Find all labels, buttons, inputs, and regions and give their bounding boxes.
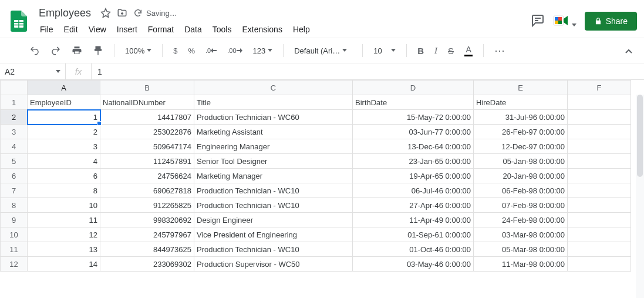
- row-header-1[interactable]: 1: [1, 95, 28, 110]
- cell[interactable]: Marketing Assistant: [194, 125, 353, 139]
- row-header-12[interactable]: 12: [1, 257, 28, 272]
- column-header-A[interactable]: A: [28, 81, 100, 95]
- font-select[interactable]: Default (Ari…: [291, 44, 355, 58]
- cell[interactable]: 912265825: [100, 198, 194, 213]
- cell[interactable]: 112457891: [100, 154, 194, 169]
- cell[interactable]: 24756624: [100, 169, 194, 183]
- cell[interactable]: [568, 242, 631, 257]
- cell[interactable]: 6: [28, 169, 100, 183]
- redo-button[interactable]: [47, 43, 65, 58]
- more-toolbar-button[interactable]: ⋯: [491, 42, 509, 59]
- cell[interactable]: NationalIDNumber: [100, 95, 194, 110]
- row-header-10[interactable]: 10: [1, 227, 28, 242]
- cell[interactable]: 253022876: [100, 125, 194, 139]
- sheets-logo[interactable]: [7, 9, 31, 33]
- decrease-decimal-button[interactable]: .0: [202, 45, 220, 56]
- cell[interactable]: 690627818: [100, 183, 194, 198]
- cell[interactable]: EmployeeID: [28, 95, 100, 110]
- name-box[interactable]: A2: [0, 63, 66, 79]
- meet-button[interactable]: [553, 14, 576, 29]
- cell[interactable]: BirthDate: [353, 95, 474, 110]
- row-header-7[interactable]: 7: [1, 183, 28, 198]
- cell[interactable]: 13: [28, 242, 100, 257]
- row-header-5[interactable]: 5: [1, 154, 28, 169]
- row-header-6[interactable]: 6: [1, 169, 28, 183]
- bold-button[interactable]: B: [414, 43, 427, 58]
- spreadsheet-grid[interactable]: ABCDEF1EmployeeIDNationalIDNumberTitleBi…: [0, 80, 644, 298]
- comments-icon[interactable]: [531, 14, 545, 29]
- cell[interactable]: 26-Feb-97 0:00:00: [474, 125, 568, 139]
- row-header-4[interactable]: 4: [1, 139, 28, 154]
- column-header-D[interactable]: D: [353, 81, 474, 95]
- cell[interactable]: 20-Jan-98 0:00:00: [474, 169, 568, 183]
- menu-file[interactable]: File: [35, 22, 58, 36]
- cell[interactable]: 245797967: [100, 227, 194, 242]
- cell[interactable]: 844973625: [100, 242, 194, 257]
- format-percent-button[interactable]: %: [184, 44, 198, 58]
- cell[interactable]: Senior Tool Designer: [194, 154, 353, 169]
- undo-button[interactable]: [26, 43, 43, 58]
- doc-title[interactable]: Employees: [35, 6, 95, 21]
- column-header-B[interactable]: B: [100, 81, 194, 95]
- cell[interactable]: [568, 110, 631, 125]
- cell[interactable]: 14: [28, 257, 100, 272]
- cell[interactable]: 06-Jul-46 0:00:00: [353, 183, 474, 198]
- cell[interactable]: 509647174: [100, 139, 194, 154]
- column-header-E[interactable]: E: [474, 81, 568, 95]
- cell[interactable]: [568, 169, 631, 183]
- cell[interactable]: HireDate: [474, 95, 568, 110]
- cell[interactable]: [568, 183, 631, 198]
- text-color-button[interactable]: A: [461, 42, 476, 59]
- cell[interactable]: Vice President of Engineering: [194, 227, 353, 242]
- cell[interactable]: Marketing Manager: [194, 169, 353, 183]
- menu-view[interactable]: View: [84, 22, 111, 36]
- cell[interactable]: 03-Mar-98 0:00:00: [474, 227, 568, 242]
- font-size-select[interactable]: 10: [370, 44, 399, 58]
- cell[interactable]: 4: [28, 154, 100, 169]
- cell[interactable]: 14417807: [100, 110, 194, 125]
- cell[interactable]: 12: [28, 227, 100, 242]
- cell[interactable]: 27-Apr-46 0:00:00: [353, 198, 474, 213]
- increase-decimal-button[interactable]: .00: [224, 45, 245, 56]
- menu-help[interactable]: Help: [288, 22, 315, 36]
- cell[interactable]: [568, 198, 631, 213]
- row-header-9[interactable]: 9: [1, 213, 28, 227]
- print-button[interactable]: [68, 43, 86, 58]
- cell[interactable]: 12-Dec-97 0:00:00: [474, 139, 568, 154]
- column-header-C[interactable]: C: [194, 81, 353, 95]
- column-header-F[interactable]: F: [568, 81, 631, 95]
- select-all-corner[interactable]: [1, 81, 28, 95]
- cell[interactable]: 01-Sep-61 0:00:00: [353, 227, 474, 242]
- menu-extensions[interactable]: Extensions: [237, 22, 286, 36]
- cell[interactable]: 03-Jun-77 0:00:00: [353, 125, 474, 139]
- vertical-scrollbar[interactable]: [636, 95, 644, 298]
- formula-input[interactable]: 1: [92, 67, 644, 76]
- cell[interactable]: Engineering Manager: [194, 139, 353, 154]
- cell[interactable]: 01-Oct-46 0:00:00: [353, 242, 474, 257]
- cell[interactable]: 31-Jul-96 0:00:00: [474, 110, 568, 125]
- italic-button[interactable]: I: [431, 43, 441, 58]
- row-header-8[interactable]: 8: [1, 198, 28, 213]
- cell[interactable]: [568, 154, 631, 169]
- cell[interactable]: 233069302: [100, 257, 194, 272]
- cell[interactable]: 19-Apr-65 0:00:00: [353, 169, 474, 183]
- cell[interactable]: [568, 213, 631, 227]
- cell[interactable]: 06-Feb-98 0:00:00: [474, 183, 568, 198]
- cell[interactable]: Production Technician - WC60: [194, 110, 353, 125]
- cell[interactable]: 3: [28, 139, 100, 154]
- cell[interactable]: 11-Mar-98 0:00:00: [474, 257, 568, 272]
- cell[interactable]: 15-May-72 0:00:00: [353, 110, 474, 125]
- menu-format[interactable]: Format: [143, 22, 178, 36]
- cell[interactable]: 998320692: [100, 213, 194, 227]
- cell[interactable]: [568, 227, 631, 242]
- collapse-toolbar-button[interactable]: [621, 44, 637, 58]
- cell[interactable]: 11: [28, 213, 100, 227]
- menu-tools[interactable]: Tools: [208, 22, 237, 36]
- cell[interactable]: 07-Feb-98 0:00:00: [474, 198, 568, 213]
- format-currency-button[interactable]: $: [170, 44, 181, 58]
- number-format-select[interactable]: 123: [249, 44, 277, 58]
- cell[interactable]: 1: [28, 110, 100, 125]
- cell[interactable]: Title: [194, 95, 353, 110]
- cell[interactable]: Production Supervisor - WC50: [194, 257, 353, 272]
- cell[interactable]: [568, 257, 631, 272]
